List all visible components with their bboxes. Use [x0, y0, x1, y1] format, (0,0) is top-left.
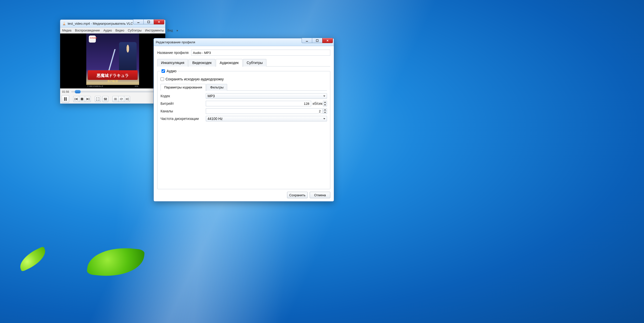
channels-up[interactable] — [323, 108, 327, 111]
fullscreen-button[interactable] — [95, 96, 101, 102]
time-bar: 01:56 — [60, 88, 165, 95]
svg-marker-24 — [128, 99, 129, 100]
bitrate-label: Битрейт — [160, 102, 206, 106]
loop-button[interactable] — [118, 96, 124, 102]
pause-button[interactable] — [62, 95, 69, 103]
cover-subtitle-jp: 血の輪 廻 — [86, 79, 139, 83]
audio-group: Аудио Сохранять исходную аудиодорожку Па… — [157, 69, 330, 189]
svg-marker-9 — [75, 98, 77, 100]
profile-name-label: Название профиля — [157, 51, 189, 55]
video-cover-art: KONAMI 悪魔城ドラキュラ 血の輪 廻 © 1993 KONAMI ALL … — [86, 34, 139, 88]
menu-audio[interactable]: Аудио — [103, 29, 112, 32]
svg-rect-14 — [105, 98, 106, 100]
svg-rect-19 — [114, 98, 117, 99]
tab-filters[interactable]: Фильтры — [206, 84, 227, 91]
controls-toolbar — [60, 95, 165, 104]
cancel-button[interactable]: Отмена — [310, 192, 330, 198]
svg-rect-26 — [316, 40, 318, 42]
ext-settings-button[interactable] — [102, 96, 108, 102]
codec-tabbar: Инкапсуляция Видеокодек Аудиокодек Субти… — [157, 59, 330, 67]
bitrate-input[interactable] — [206, 101, 311, 106]
svg-rect-25 — [306, 41, 308, 42]
svg-rect-1 — [63, 25, 65, 25]
vlc-cone-icon — [62, 21, 66, 25]
svg-rect-12 — [89, 98, 89, 100]
svg-rect-3 — [63, 24, 65, 24]
minimize-button[interactable] — [133, 19, 144, 24]
playlist-button[interactable] — [112, 96, 118, 102]
svg-marker-29 — [324, 109, 326, 110]
svg-marker-27 — [324, 102, 326, 103]
bitrate-unit: кб/сек — [313, 102, 323, 106]
vlc-window: test_video.mp4 - Медиапроигрыватель VLC … — [60, 19, 166, 104]
menu-media[interactable]: Медиа — [62, 29, 71, 32]
maximize-button[interactable] — [143, 19, 154, 24]
profile-name-input[interactable] — [191, 50, 330, 56]
dialog-titlebar[interactable]: Редактирование профиля — [154, 38, 334, 46]
vlc-titlebar[interactable]: test_video.mp4 - Медиапроигрыватель VLC — [60, 20, 165, 27]
chevron-down-icon — [323, 118, 325, 119]
svg-rect-10 — [81, 98, 83, 100]
empty-space — [160, 123, 327, 186]
codec-label: Кодек — [160, 94, 206, 98]
menu-video[interactable]: Видео — [115, 29, 124, 32]
encoding-tabbar: Параметры кодирования Фильтры — [160, 84, 327, 91]
next-button[interactable] — [85, 96, 91, 102]
chevron-down-icon — [323, 95, 325, 97]
save-button[interactable]: Сохранить — [287, 192, 308, 198]
keep-original-track-checkbox[interactable] — [160, 77, 164, 81]
svg-rect-17 — [105, 99, 106, 100]
svg-marker-30 — [324, 112, 326, 113]
samplerate-label: Частота дискретизации — [160, 117, 206, 121]
cover-footer-right: KON — [135, 85, 138, 88]
audio-enable-checkbox[interactable] — [162, 69, 165, 73]
cover-brand: KONAMI — [90, 37, 97, 39]
vlc-menubar: Медиа Воспроизведение Аудио Видео Субтит… — [60, 27, 165, 34]
maximize-button[interactable] — [312, 38, 323, 43]
cover-footer-left: © 1993 KONAMI ALL R — [87, 85, 103, 88]
close-button[interactable] — [322, 38, 333, 43]
menu-view[interactable]: Вид — [167, 29, 173, 32]
svg-marker-22 — [122, 98, 123, 99]
dialog-title: Редактирование профиля — [156, 40, 195, 44]
prev-button[interactable] — [73, 96, 79, 102]
menu-subtitles[interactable]: Субтитры — [128, 29, 142, 32]
video-area[interactable]: KONAMI 悪魔城ドラキュラ 血の輪 廻 © 1993 KONAMI ALL … — [60, 34, 165, 88]
seek-slider[interactable] — [71, 91, 163, 92]
channels-down[interactable] — [323, 111, 327, 114]
svg-rect-8 — [75, 98, 75, 100]
bitrate-down[interactable] — [323, 104, 327, 106]
close-button[interactable] — [154, 19, 164, 24]
svg-rect-7 — [66, 97, 67, 101]
wallpaper-leaf — [16, 246, 49, 272]
vlc-title: test_video.mp4 - Медиапроигрыватель VLC — [68, 22, 133, 25]
svg-rect-13 — [104, 98, 105, 100]
svg-rect-4 — [137, 22, 139, 23]
audio-enable-label[interactable]: Аудио — [162, 69, 177, 73]
svg-rect-20 — [114, 99, 117, 99]
seek-knob[interactable] — [75, 90, 81, 93]
wallpaper-leaf — [87, 244, 145, 280]
svg-marker-11 — [87, 98, 89, 100]
menu-overflow-icon[interactable]: » — [176, 29, 178, 32]
menu-playback[interactable]: Воспроизведение — [75, 29, 100, 32]
tab-encapsulation[interactable]: Инкапсуляция — [157, 59, 188, 67]
channels-input[interactable] — [206, 108, 323, 114]
tab-encoding-params[interactable]: Параметры кодирования — [160, 84, 206, 91]
codec-combo[interactable]: MP3 — [206, 93, 327, 99]
menu-tools[interactable]: Инструменты — [145, 29, 164, 32]
cover-title-jp: 悪魔城ドラキュラ — [86, 73, 139, 78]
tab-video-codec[interactable]: Видеокодек — [188, 59, 215, 67]
svg-marker-23 — [128, 98, 129, 99]
tab-audio-codec[interactable]: Аудиокодек — [216, 59, 242, 67]
tab-subtitles[interactable]: Субтитры — [243, 59, 267, 67]
elapsed-time: 01:56 — [62, 90, 69, 93]
svg-rect-6 — [64, 97, 65, 101]
bitrate-up[interactable] — [323, 101, 327, 104]
channels-label: Каналы — [160, 109, 206, 113]
samplerate-combo[interactable]: 44100 Hz — [206, 116, 327, 121]
minimize-button[interactable] — [302, 38, 312, 43]
svg-rect-2 — [64, 23, 65, 23]
shuffle-button[interactable] — [124, 96, 130, 102]
stop-button[interactable] — [79, 96, 85, 102]
